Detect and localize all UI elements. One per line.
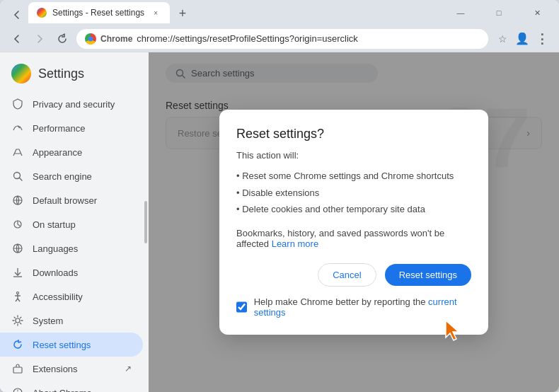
main-content: Search settings Reset settings Restore s… [149, 52, 559, 392]
nav-back-button-title[interactable] [8, 6, 25, 23]
tab-title: Settings - Reset settings [52, 8, 144, 18]
sidebar-item-label-on-startup: On startup [33, 219, 76, 230]
sidebar-item-reset-settings[interactable]: Reset settings [0, 333, 143, 357]
profile-button[interactable]: 👤 [514, 30, 531, 47]
refresh-button[interactable] [54, 30, 71, 47]
chrome-logo-icon [85, 33, 96, 45]
bookmark-button[interactable]: ☆ [494, 30, 511, 47]
active-tab[interactable]: Settings - Reset settings × [28, 2, 170, 23]
svg-line-12 [16, 299, 18, 301]
chrome-label: Chrome [100, 34, 132, 44]
sidebar-item-label-system: System [33, 316, 63, 326]
svg-line-3 [20, 178, 23, 181]
sidebar-item-privacy[interactable]: Privacy and security [0, 92, 143, 116]
sidebar-item-on-startup[interactable]: On startup [0, 212, 143, 236]
sidebar-item-label-default-browser: Default browser [33, 195, 97, 206]
modal-footer: Cancel Reset settings [236, 263, 471, 287]
reset-settings-button[interactable]: Reset settings [385, 264, 471, 286]
learn-more-link[interactable]: Learn more [272, 238, 318, 249]
search-engine-icon [11, 170, 24, 183]
sidebar-item-label-about-chrome: About Chrome [33, 388, 92, 393]
window-controls: — □ ✕ [444, 2, 553, 23]
modal-overlay: Reset settings? This action will: • Rese… [149, 52, 559, 392]
default-browser-icon [11, 194, 24, 207]
svg-point-18 [17, 390, 18, 391]
sidebar-item-label-search-engine: Search engine [33, 171, 92, 182]
svg-point-9 [17, 292, 19, 294]
sidebar-item-accessibility[interactable]: Accessibility [0, 284, 143, 309]
settings-header: Settings [0, 58, 149, 92]
sidebar-item-downloads[interactable]: Downloads [0, 260, 143, 284]
privacy-icon [11, 98, 24, 110]
browser-window: Settings - Reset settings × + — □ ✕ Chro… [0, 0, 559, 392]
title-bar: Settings - Reset settings × + — □ ✕ [0, 0, 559, 25]
sidebar-item-label-extensions: Extensions [33, 364, 78, 374]
tab-close-button[interactable]: × [150, 7, 161, 18]
address-bar: Chrome chrome://settings/resetProfileSet… [0, 25, 559, 52]
minimize-button[interactable]: — [444, 2, 477, 23]
help-chrome-checkbox[interactable] [236, 301, 247, 313]
sidebar-item-label-privacy: Privacy and security [33, 99, 115, 110]
url-bar[interactable]: Chrome chrome://settings/resetProfileSet… [76, 29, 488, 49]
external-link-icon: ↗ [125, 364, 132, 374]
modal-list-item: • Reset some Chrome settings and Chrome … [236, 168, 471, 184]
modal-list: • Reset some Chrome settings and Chrome … [236, 168, 471, 217]
sidebar-item-languages[interactable]: Languages [0, 236, 143, 260]
modal-checkbox-row: Help make Chrome better by reporting the… [236, 296, 471, 318]
sidebar-scroll-indicator[interactable] [144, 201, 147, 243]
sidebar-item-label-downloads: Downloads [33, 267, 78, 278]
sidebar-item-label-reset-settings: Reset settings [33, 340, 91, 350]
url-text: chrome://settings/resetProfileSettings?o… [137, 33, 358, 44]
tab-favicon [37, 8, 47, 18]
sidebar-item-default-browser[interactable]: Default browser [0, 188, 143, 212]
downloads-icon [11, 266, 24, 279]
on-startup-icon [11, 218, 24, 231]
svg-point-14 [16, 318, 20, 323]
settings-title: Settings [38, 67, 84, 81]
address-actions: ☆ 👤 ⋮ [494, 30, 551, 47]
tab-bar: Settings - Reset settings × + [6, 2, 442, 23]
modal-list-item: • Delete cookies and other temporary sit… [236, 201, 471, 217]
performance-icon [11, 122, 24, 134]
sidebar-item-system[interactable]: System [0, 309, 143, 333]
modal-title: Reset settings? [236, 127, 471, 142]
sidebar-item-search-engine[interactable]: Search engine [0, 164, 143, 188]
languages-icon [11, 242, 24, 255]
modal-checkbox-text: Help make Chrome better by reporting the… [254, 296, 471, 318]
back-button[interactable] [8, 30, 25, 47]
reset-settings-modal: Reset settings? This action will: • Rese… [219, 110, 488, 334]
close-button[interactable]: ✕ [521, 2, 553, 23]
sidebar-item-label-appearance: Appearance [33, 147, 82, 158]
sidebar-item-appearance[interactable]: Appearance [0, 140, 143, 164]
svg-line-13 [18, 299, 20, 301]
maximize-button[interactable]: □ [483, 2, 515, 23]
about-chrome-icon [11, 386, 24, 392]
cursor-indicator [442, 318, 467, 346]
sidebar-item-extensions[interactable]: Extensions↗ [0, 357, 143, 381]
modal-note: Bookmarks, history, and saved passwords … [236, 228, 471, 249]
sidebar-item-label-accessibility: Accessibility [33, 292, 83, 302]
sidebar-item-about-chrome[interactable]: About Chrome [0, 381, 143, 392]
reset-settings-icon [11, 338, 24, 351]
modal-subtitle: This action will: [236, 150, 471, 161]
sidebar-item-performance[interactable]: Performance [0, 116, 143, 140]
extensions-icon [11, 362, 24, 375]
sidebar: Settings Privacy and securityPerformance… [0, 52, 149, 392]
menu-button[interactable]: ⋮ [534, 30, 551, 47]
sidebar-item-label-performance: Performance [33, 123, 85, 134]
svg-marker-21 [446, 321, 459, 340]
accessibility-icon [11, 290, 24, 303]
appearance-icon [11, 146, 24, 158]
system-icon [11, 314, 24, 327]
sidebar-item-label-languages: Languages [33, 243, 78, 254]
browser-content: Settings Privacy and securityPerformance… [0, 52, 559, 392]
new-tab-button[interactable]: + [173, 4, 192, 23]
settings-logo-icon [11, 64, 31, 83]
modal-note-text: Bookmarks, history, and saved passwords … [236, 228, 444, 249]
svg-rect-15 [13, 367, 22, 373]
forward-button[interactable] [31, 30, 48, 47]
cancel-button[interactable]: Cancel [318, 263, 376, 287]
modal-list-item: • Disable extensions [236, 185, 471, 201]
